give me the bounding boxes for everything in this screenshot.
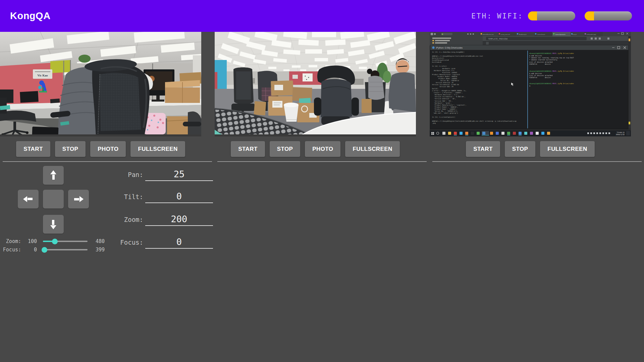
left-arrow-icon	[23, 194, 33, 204]
zoom-field-row: Zoom: 200	[80, 212, 221, 226]
camera-2-panel: START STOP PHOTO FULLSCREEN	[215, 32, 429, 162]
tilt-up-button[interactable]	[43, 166, 64, 185]
camera-3-feed: AndroidManifest.xml activity_main.xml Ma…	[430, 32, 631, 136]
camera-1-button-row: START STOP PHOTO FULLSCREEN	[0, 141, 201, 157]
camera-1-divider	[3, 161, 212, 162]
taskbar-clock-date: 2020/1/22	[616, 134, 625, 135]
zoom-input[interactable]: 200	[145, 212, 213, 226]
pan-left-button[interactable]	[18, 190, 39, 208]
wifi-label: WIFI:	[497, 12, 523, 20]
ide-tab[interactable]: activity_main.xml	[501, 34, 510, 35]
camera-2-feed	[215, 32, 416, 136]
camera-1-stop-button[interactable]: STOP	[55, 141, 86, 157]
taskbar-clock-time: 下午04:13	[616, 132, 625, 133]
zoom-slider-thumb[interactable]	[52, 239, 58, 244]
ide-search-field[interactable]: TEMPLATE_PREVIEW	[488, 38, 507, 40]
focus-input[interactable]: 0	[145, 235, 213, 249]
camera-3-divider	[432, 161, 642, 162]
kongqa-app: KongQA ETH: WIFI:	[0, 0, 644, 362]
eth-signal-bar	[528, 11, 575, 20]
camera-1-start-button[interactable]: START	[16, 141, 50, 157]
camera-1-panel: Vic Kao	[0, 32, 215, 162]
ide-tab[interactable]: CameraView.kt	[537, 34, 545, 35]
pan-field-row: Pan: 25	[80, 167, 221, 181]
camera-1-feed: Vic Kao	[0, 32, 201, 136]
zoom-slider-label: Zoom:	[3, 237, 21, 245]
focus-slider-thumb[interactable]	[42, 247, 47, 253]
ide-tab-active[interactable]: CameraOperator.kt	[555, 34, 566, 35]
tilt-field-label: Tilt:	[80, 189, 143, 204]
pan-input[interactable]: 25	[145, 167, 213, 181]
up-arrow-icon	[48, 170, 58, 180]
camera-2-divider	[217, 161, 427, 162]
ide-tab[interactable]: build.gradle (app)	[587, 34, 596, 35]
network-status: ETH: WIFI:	[471, 11, 632, 20]
camera-2-photo-button[interactable]: PHOTO	[305, 141, 340, 157]
console-window-title: IPython: G:\My Drive\codes	[436, 47, 463, 49]
tilt-field-row: Tilt: 0	[80, 189, 221, 203]
camera-2-button-row: START STOP PHOTO FULLSCREEN	[215, 141, 416, 157]
camera-2-fullscreen-button[interactable]: FULLSCREEN	[345, 141, 399, 157]
zoom-field-label: Zoom:	[80, 212, 143, 227]
pan-field-label: Pan:	[80, 167, 143, 182]
ptz-home-button[interactable]	[43, 190, 64, 208]
focus-slider-min: 0	[22, 246, 37, 254]
camera-1-photo-button[interactable]: PHOTO	[90, 141, 126, 157]
camera-2-stop-button[interactable]: STOP	[270, 141, 301, 157]
eth-label: ETH:	[471, 12, 492, 20]
wifi-signal-bar	[585, 11, 632, 20]
ide-tab[interactable]: Kong.kt	[573, 34, 577, 35]
tilt-input[interactable]: 0	[145, 189, 213, 203]
zoom-slider-min: 100	[22, 237, 37, 245]
ide-tab[interactable]: AndroidManifest.xml	[483, 34, 494, 35]
focus-field-row: Focus: 0	[80, 235, 221, 249]
tilt-down-button[interactable]	[43, 215, 64, 234]
camera-3-fullscreen-button[interactable]: FULLSCREEN	[540, 141, 594, 157]
app-header: KongQA ETH: WIFI:	[0, 0, 644, 32]
camera-2-start-button[interactable]: START	[231, 141, 265, 157]
focus-field-label: Focus:	[80, 235, 143, 250]
camera-3-start-button[interactable]: START	[466, 141, 500, 157]
focus-slider-label: Focus:	[3, 246, 21, 254]
camera-1-fullscreen-button[interactable]: FULLSCREEN	[130, 141, 185, 157]
camera-3-button-row: START STOP FULLSCREEN	[430, 141, 631, 157]
down-arrow-icon	[48, 219, 58, 229]
desk-name-sign: Vic Kao	[38, 74, 48, 77]
ide-tab[interactable]: MainActivity.kt	[519, 34, 527, 35]
camera-3-stop-button[interactable]: STOP	[505, 141, 536, 157]
camera-3-panel: AndroidManifest.xml activity_main.xml Ma…	[430, 32, 644, 162]
page-title: KongQA	[10, 10, 51, 21]
